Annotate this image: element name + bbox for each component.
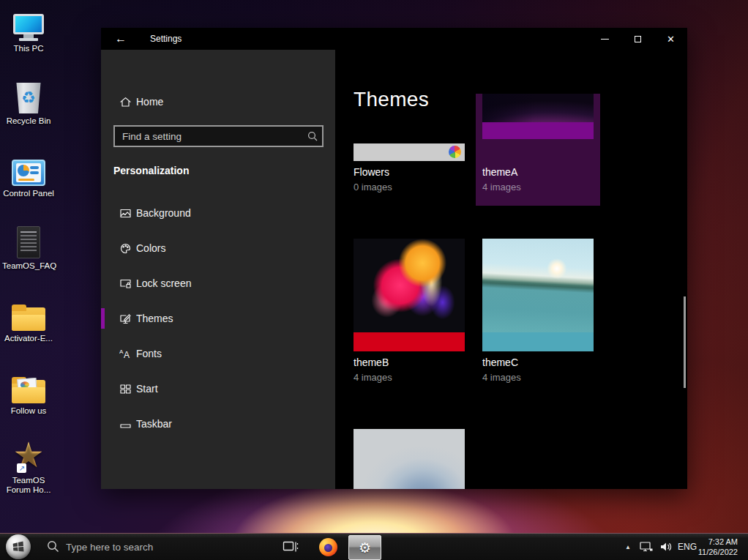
sidebar-item-start[interactable]: Start bbox=[101, 376, 335, 402]
folder-images-icon bbox=[12, 368, 45, 403]
sidebar-item-themes[interactable]: Themes bbox=[101, 305, 335, 332]
back-arrow-icon: ← bbox=[115, 32, 127, 45]
desktop-icon-this-pc[interactable]: This PC bbox=[1, 6, 56, 53]
colors-icon bbox=[119, 242, 132, 255]
home-icon bbox=[119, 96, 132, 108]
themeC-accent-strip bbox=[482, 332, 594, 351]
clock-date: 11/26/2022 bbox=[698, 547, 738, 557]
sidebar-section-title: Personalization bbox=[113, 165, 189, 176]
taskbar-search-icon[interactable] bbox=[47, 540, 59, 556]
volume-icon[interactable] bbox=[659, 541, 673, 556]
firefox-button[interactable] bbox=[319, 538, 337, 556]
sidebar-item-lock-screen[interactable]: Lock screen bbox=[101, 270, 335, 296]
desktop-icon-follow-us[interactable]: Follow us bbox=[1, 368, 56, 416]
fonts-icon: AA bbox=[119, 348, 132, 360]
settings-search-input[interactable] bbox=[115, 127, 303, 146]
desktop-icon-control-panel[interactable]: Control Panel bbox=[1, 151, 56, 198]
taskbar-search-input[interactable] bbox=[66, 534, 227, 560]
lock-screen-icon bbox=[119, 277, 132, 290]
shortcut-arrow-icon: ↗ bbox=[17, 463, 26, 473]
themeB-thumbnail bbox=[354, 239, 465, 332]
selected-indicator bbox=[101, 308, 105, 329]
themeA-thumbnail bbox=[482, 94, 594, 122]
sidebar-item-taskbar[interactable]: Taskbar bbox=[101, 411, 335, 437]
gear-icon: ⚙ bbox=[359, 541, 371, 555]
desktop-icon-label: Follow us bbox=[11, 406, 47, 416]
close-button[interactable]: ✕ bbox=[654, 28, 687, 50]
scrollbar-thumb[interactable] bbox=[684, 296, 686, 388]
start-icon bbox=[119, 383, 132, 395]
sidebar-item-fonts[interactable]: AA Fonts bbox=[101, 340, 335, 367]
settings-sidebar: Home Personalization Background Color bbox=[101, 50, 335, 489]
maximize-button[interactable] bbox=[621, 28, 654, 50]
star-shortcut-icon: ★ ↗ bbox=[12, 438, 44, 473]
start-button[interactable] bbox=[6, 534, 31, 559]
flowers-thumbnail bbox=[354, 143, 465, 161]
language-indicator[interactable]: ENG bbox=[678, 542, 697, 552]
settings-search-box bbox=[113, 125, 323, 147]
desktop-icon-label: TeamOS_FAQ bbox=[2, 261, 55, 271]
desktop-icon-recycle-bin[interactable]: ♻ Recycle Bin bbox=[1, 78, 56, 126]
desktop-icon-label: TeamOS Forum Ho... bbox=[2, 476, 55, 495]
desktop-icon-activator[interactable]: Activator-E... bbox=[1, 296, 56, 343]
show-hidden-icons-button[interactable]: ▲ bbox=[625, 544, 631, 550]
back-button[interactable]: ← bbox=[111, 30, 130, 48]
themeA-accent-strip bbox=[482, 122, 594, 139]
background-icon bbox=[119, 207, 132, 220]
this-pc-icon bbox=[13, 6, 44, 41]
themeB-accent-strip bbox=[354, 332, 465, 351]
themeC-thumbnail bbox=[482, 239, 594, 332]
recycle-bin-icon: ♻ bbox=[15, 78, 42, 113]
window-title: Settings bbox=[150, 28, 182, 50]
document-icon bbox=[17, 223, 40, 258]
desktop-icon-label: This PC bbox=[14, 44, 44, 53]
clock[interactable]: 7:32 AM 11/26/2022 bbox=[698, 537, 738, 557]
folder-icon bbox=[12, 296, 45, 331]
taskbar: ⚙ ▲ ENG 7:32 AM 11/26/2022 bbox=[0, 533, 748, 560]
desktop-icon-label: Control Panel bbox=[3, 189, 54, 198]
desktop-icon-label: Activator-E... bbox=[4, 334, 53, 343]
desktop-icon-teamos-faq[interactable]: TeamOS_FAQ bbox=[1, 223, 56, 271]
taskbar-icon bbox=[119, 418, 132, 430]
maximize-icon bbox=[635, 36, 641, 42]
close-icon: ✕ bbox=[667, 34, 675, 45]
network-icon[interactable] bbox=[640, 541, 653, 556]
minimize-button[interactable] bbox=[588, 28, 621, 50]
themes-icon bbox=[119, 313, 132, 325]
control-panel-icon bbox=[12, 151, 45, 186]
svg-text:A: A bbox=[124, 350, 130, 360]
titlebar: ← Settings ✕ bbox=[101, 28, 687, 50]
settings-taskbar-button[interactable]: ⚙ bbox=[348, 535, 381, 560]
sidebar-item-home[interactable]: Home bbox=[101, 89, 335, 115]
sidebar-item-colors[interactable]: Colors bbox=[101, 235, 335, 261]
color-wheel-icon bbox=[449, 146, 461, 158]
desktop-icon-teamos-forum[interactable]: ★ ↗ TeamOS Forum Ho... bbox=[1, 438, 56, 495]
partial-theme-thumbnail bbox=[354, 429, 465, 489]
settings-window: ← Settings ✕ Home Personalizatio bbox=[101, 28, 687, 489]
desktop-icon-label: Recycle Bin bbox=[7, 116, 51, 126]
themes-content-panel: Themes Flowers 0 images themeA 4 images bbox=[335, 50, 687, 489]
clock-time: 7:32 AM bbox=[698, 537, 738, 547]
minimize-icon bbox=[601, 39, 609, 40]
sidebar-item-background[interactable]: Background bbox=[101, 200, 335, 226]
page-title: Themes bbox=[354, 88, 429, 111]
search-icon[interactable] bbox=[303, 131, 322, 141]
desktop: This PC ♻ Recycle Bin Control Panel Team… bbox=[0, 0, 748, 560]
task-view-button[interactable] bbox=[283, 540, 299, 556]
windows-flag-icon bbox=[12, 541, 24, 553]
